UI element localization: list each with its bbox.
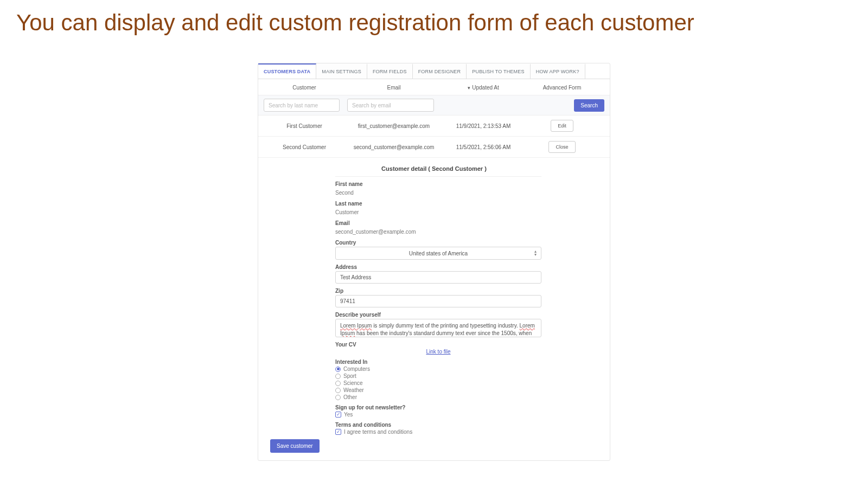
search-button[interactable]: Search bbox=[574, 99, 604, 112]
col-email-header[interactable]: Email bbox=[345, 85, 443, 91]
last-name-label: Last name bbox=[335, 201, 541, 207]
cell-action: Close bbox=[524, 141, 600, 153]
radio-sport[interactable]: Sport bbox=[335, 373, 541, 379]
field-country: Country United states of America ▴▾ bbox=[335, 240, 541, 260]
search-lastname-input[interactable] bbox=[264, 99, 340, 112]
table-header: Customer Email Updated At Advanced Form bbox=[258, 79, 610, 95]
customer-detail: Customer detail ( Second Customer ) Firs… bbox=[258, 158, 610, 460]
terms-checkbox[interactable]: I agree terms and conditions bbox=[335, 429, 541, 435]
radio-icon bbox=[335, 381, 341, 386]
field-last-name: Last name Customer bbox=[335, 201, 541, 216]
cv-label: Your CV bbox=[335, 342, 541, 348]
cell-updated: 11/5/2021, 2:56:06 AM bbox=[443, 144, 524, 150]
describe-text-part1: is simply dummy text of the printing and… bbox=[372, 323, 519, 329]
radio-label: Other bbox=[343, 394, 357, 400]
terms-label: Terms and conditions bbox=[335, 422, 541, 428]
table-row: First Customer first_customer@example.co… bbox=[258, 115, 610, 137]
detail-title: Customer detail ( Second Customer ) bbox=[265, 162, 603, 176]
first-name-label: First name bbox=[335, 181, 541, 187]
close-button[interactable]: Close bbox=[548, 141, 575, 153]
tab-publish[interactable]: PUBLISH TO THEMES bbox=[467, 63, 530, 79]
field-cv: Your CV Link to file bbox=[335, 342, 541, 355]
field-describe: Describe yourself Lorem Ipsum is simply … bbox=[335, 312, 541, 337]
describe-text-part2: has been the industry's standard dummy t… bbox=[340, 330, 532, 337]
tabs-bar: CUSTOMERS DATA MAIN SETTINGS FORM FIELDS… bbox=[258, 63, 610, 79]
filter-row: Search bbox=[258, 95, 610, 115]
cell-customer: First Customer bbox=[264, 123, 345, 129]
radio-icon bbox=[335, 367, 341, 372]
radio-icon bbox=[335, 388, 341, 393]
page-title: You can display and edit custom registra… bbox=[0, 0, 868, 41]
field-terms: Terms and conditions I agree terms and c… bbox=[335, 422, 541, 435]
radio-label: Science bbox=[343, 380, 363, 386]
radio-weather[interactable]: Weather bbox=[335, 387, 541, 393]
tab-customers-data[interactable]: CUSTOMERS DATA bbox=[258, 63, 316, 79]
radio-icon bbox=[335, 395, 341, 400]
field-zip: Zip bbox=[335, 288, 541, 307]
address-input[interactable] bbox=[335, 271, 541, 284]
field-interested: Interested In Computers Sport Science We… bbox=[335, 359, 541, 400]
select-caret-icon: ▴▾ bbox=[534, 250, 537, 256]
checkbox-label: I agree terms and conditions bbox=[344, 429, 412, 435]
cell-customer: Second Customer bbox=[264, 144, 345, 150]
email-label: Email bbox=[335, 220, 541, 226]
col-advanced-header[interactable]: Advanced Form bbox=[524, 85, 600, 91]
detail-form: First name Second Last name Customer Ema… bbox=[335, 176, 541, 435]
edit-button[interactable]: Edit bbox=[551, 120, 573, 132]
interested-label: Interested In bbox=[335, 359, 541, 365]
country-label: Country bbox=[335, 240, 541, 246]
country-value: United states of America bbox=[409, 251, 468, 256]
field-first-name: First name Second bbox=[335, 181, 541, 196]
first-name-value: Second bbox=[335, 190, 354, 196]
address-label: Address bbox=[335, 264, 541, 270]
col-updated-label: Updated At bbox=[472, 85, 499, 91]
tab-main-settings[interactable]: MAIN SETTINGS bbox=[316, 63, 367, 79]
table-row: Second Customer second_customer@example.… bbox=[258, 137, 610, 158]
app-panel: CUSTOMERS DATA MAIN SETTINGS FORM FIELDS… bbox=[258, 63, 610, 461]
email-value: second_customer@example.com bbox=[335, 229, 416, 235]
radio-label: Weather bbox=[343, 387, 364, 393]
tab-form-fields[interactable]: FORM FIELDS bbox=[367, 63, 413, 79]
field-address: Address bbox=[335, 264, 541, 284]
radio-icon bbox=[335, 374, 341, 379]
checkbox-icon bbox=[335, 412, 341, 418]
search-email-input[interactable] bbox=[347, 99, 434, 112]
tab-how-works[interactable]: HOW APP WORK? bbox=[531, 63, 585, 79]
cell-email: first_customer@example.com bbox=[345, 123, 443, 129]
radio-computers[interactable]: Computers bbox=[335, 366, 541, 372]
cell-action: Edit bbox=[524, 120, 600, 132]
radio-label: Computers bbox=[343, 366, 370, 372]
save-customer-button[interactable]: Save customer bbox=[270, 439, 320, 453]
zip-input[interactable] bbox=[335, 295, 541, 307]
newsletter-label: Sign up for out newsletter? bbox=[335, 404, 541, 410]
country-select[interactable]: United states of America ▴▾ bbox=[335, 247, 541, 260]
radio-other[interactable]: Other bbox=[335, 394, 541, 400]
cell-updated: 11/9/2021, 2:13:53 AM bbox=[443, 123, 524, 129]
col-customer-header[interactable]: Customer bbox=[264, 85, 345, 91]
cell-email: second_customer@example.com bbox=[345, 144, 443, 150]
cv-link[interactable]: Link to file bbox=[335, 349, 541, 355]
col-updated-header[interactable]: Updated At bbox=[443, 85, 524, 91]
last-name-value: Customer bbox=[335, 209, 359, 215]
tab-form-designer[interactable]: FORM DESIGNER bbox=[413, 63, 467, 79]
radio-label: Sport bbox=[343, 373, 356, 379]
describe-text-spell1: Lorem Ipsum bbox=[340, 323, 372, 329]
describe-label: Describe yourself bbox=[335, 312, 541, 318]
describe-textarea[interactable]: Lorem Ipsum is simply dummy text of the … bbox=[335, 319, 541, 337]
checkbox-icon bbox=[335, 429, 341, 435]
field-newsletter: Sign up for out newsletter? Yes bbox=[335, 404, 541, 418]
radio-science[interactable]: Science bbox=[335, 380, 541, 386]
checkbox-label: Yes bbox=[344, 412, 353, 418]
zip-label: Zip bbox=[335, 288, 541, 294]
field-email: Email second_customer@example.com bbox=[335, 220, 541, 235]
newsletter-checkbox[interactable]: Yes bbox=[335, 412, 541, 418]
